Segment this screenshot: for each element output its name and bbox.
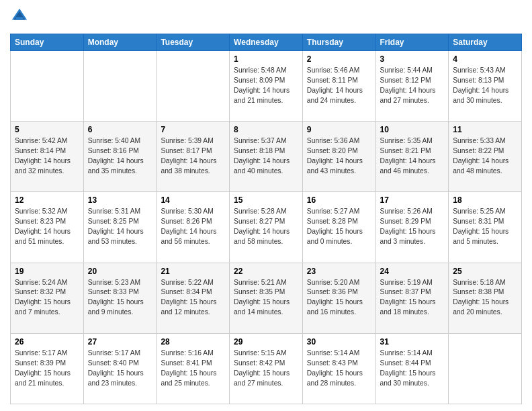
day-info: Sunrise: 5:40 AMSunset: 8:16 PMDaylight:…: [88, 136, 152, 177]
calendar-week-4: 19Sunrise: 5:24 AMSunset: 8:32 PMDayligh…: [11, 263, 522, 333]
calendar-cell: 21Sunrise: 5:22 AMSunset: 8:34 PMDayligh…: [157, 263, 230, 333]
calendar-cell: 1Sunrise: 5:48 AMSunset: 8:09 PMDaylight…: [230, 51, 303, 122]
day-number: 19: [15, 267, 79, 276]
day-info: Sunrise: 5:30 AMSunset: 8:26 PMDaylight:…: [161, 207, 225, 247]
day-info: Sunrise: 5:46 AMSunset: 8:11 PMDaylight:…: [307, 66, 371, 106]
day-number: 23: [307, 267, 371, 276]
calendar-cell: 16Sunrise: 5:27 AMSunset: 8:28 PMDayligh…: [302, 192, 375, 263]
day-info: Sunrise: 5:48 AMSunset: 8:09 PMDaylight:…: [234, 66, 298, 106]
day-info: Sunrise: 5:43 AMSunset: 8:13 PMDaylight:…: [453, 66, 517, 106]
day-info: Sunrise: 5:36 AMSunset: 8:20 PMDaylight:…: [307, 136, 371, 177]
weekday-header-row: SundayMondayTuesdayWednesdayThursdayFrid…: [11, 34, 522, 51]
day-number: 22: [234, 267, 298, 276]
weekday-header-wednesday: Wednesday: [230, 34, 303, 51]
calendar-cell: 5Sunrise: 5:42 AMSunset: 8:14 PMDaylight…: [11, 122, 84, 192]
calendar-cell: 19Sunrise: 5:24 AMSunset: 8:32 PMDayligh…: [11, 263, 84, 333]
day-info: Sunrise: 5:28 AMSunset: 8:27 PMDaylight:…: [234, 207, 298, 247]
day-info: Sunrise: 5:22 AMSunset: 8:34 PMDaylight:…: [161, 278, 225, 318]
day-info: Sunrise: 5:27 AMSunset: 8:28 PMDaylight:…: [307, 207, 371, 247]
calendar-cell: 22Sunrise: 5:21 AMSunset: 8:35 PMDayligh…: [230, 263, 303, 333]
calendar-header: SundayMondayTuesdayWednesdayThursdayFrid…: [11, 34, 522, 51]
day-info: Sunrise: 5:25 AMSunset: 8:31 PMDaylight:…: [453, 207, 517, 247]
weekday-header-friday: Friday: [375, 34, 449, 51]
calendar-cell: 7Sunrise: 5:39 AMSunset: 8:17 PMDaylight…: [157, 122, 230, 192]
day-number: 17: [380, 195, 445, 205]
calendar-cell: 26Sunrise: 5:17 AMSunset: 8:39 PMDayligh…: [11, 333, 84, 404]
day-number: 18: [453, 195, 517, 205]
day-info: Sunrise: 5:24 AMSunset: 8:32 PMDaylight:…: [15, 278, 79, 318]
calendar-cell: 30Sunrise: 5:14 AMSunset: 8:43 PMDayligh…: [302, 333, 375, 404]
day-info: Sunrise: 5:15 AMSunset: 8:42 PMDaylight:…: [234, 349, 298, 389]
calendar-week-3: 12Sunrise: 5:32 AMSunset: 8:23 PMDayligh…: [11, 192, 522, 263]
calendar-cell: 28Sunrise: 5:16 AMSunset: 8:41 PMDayligh…: [157, 333, 230, 404]
calendar-cell: 6Sunrise: 5:40 AMSunset: 8:16 PMDaylight…: [83, 122, 157, 192]
calendar-body: 1Sunrise: 5:48 AMSunset: 8:09 PMDaylight…: [11, 51, 522, 404]
day-number: 16: [307, 195, 371, 205]
calendar-cell: 17Sunrise: 5:26 AMSunset: 8:29 PMDayligh…: [375, 192, 449, 263]
day-info: Sunrise: 5:39 AMSunset: 8:17 PMDaylight:…: [161, 136, 225, 177]
calendar-cell: 20Sunrise: 5:23 AMSunset: 8:33 PMDayligh…: [83, 263, 157, 333]
day-number: 1: [234, 54, 298, 64]
weekday-header-sunday: Sunday: [11, 34, 84, 51]
calendar-table: SundayMondayTuesdayWednesdayThursdayFrid…: [10, 34, 522, 404]
day-info: Sunrise: 5:37 AMSunset: 8:18 PMDaylight:…: [234, 136, 298, 177]
day-number: 12: [15, 195, 79, 205]
day-number: 2: [307, 54, 371, 64]
calendar-cell: 31Sunrise: 5:14 AMSunset: 8:44 PMDayligh…: [375, 333, 449, 404]
day-number: 6: [88, 125, 152, 134]
day-number: 20: [88, 267, 152, 276]
day-info: Sunrise: 5:33 AMSunset: 8:22 PMDaylight:…: [453, 136, 517, 177]
calendar-cell: [83, 51, 157, 122]
calendar-week-1: 1Sunrise: 5:48 AMSunset: 8:09 PMDaylight…: [11, 51, 522, 122]
calendar-cell: 4Sunrise: 5:43 AMSunset: 8:13 PMDaylight…: [449, 51, 522, 122]
day-number: 9: [307, 125, 371, 134]
weekday-header-tuesday: Tuesday: [157, 34, 230, 51]
day-info: Sunrise: 5:31 AMSunset: 8:25 PMDaylight:…: [88, 207, 152, 247]
calendar-cell: 18Sunrise: 5:25 AMSunset: 8:31 PMDayligh…: [449, 192, 522, 263]
day-number: 24: [380, 267, 445, 276]
calendar-cell: 25Sunrise: 5:18 AMSunset: 8:38 PMDayligh…: [449, 263, 522, 333]
day-info: Sunrise: 5:14 AMSunset: 8:43 PMDaylight:…: [307, 349, 371, 389]
calendar-cell: 8Sunrise: 5:37 AMSunset: 8:18 PMDaylight…: [230, 122, 303, 192]
day-info: Sunrise: 5:17 AMSunset: 8:40 PMDaylight:…: [88, 349, 152, 389]
weekday-header-saturday: Saturday: [449, 34, 522, 51]
calendar-cell: 2Sunrise: 5:46 AMSunset: 8:11 PMDaylight…: [302, 51, 375, 122]
logo-icon: [10, 7, 29, 26]
calendar-cell: 15Sunrise: 5:28 AMSunset: 8:27 PMDayligh…: [230, 192, 303, 263]
day-info: Sunrise: 5:42 AMSunset: 8:14 PMDaylight:…: [15, 136, 79, 177]
day-number: 5: [15, 125, 79, 134]
day-number: 29: [234, 337, 298, 347]
day-info: Sunrise: 5:20 AMSunset: 8:36 PMDaylight:…: [307, 278, 371, 318]
day-info: Sunrise: 5:19 AMSunset: 8:37 PMDaylight:…: [380, 278, 445, 318]
day-number: 26: [15, 337, 79, 347]
day-number: 28: [161, 337, 225, 347]
day-number: 11: [453, 125, 517, 134]
day-info: Sunrise: 5:17 AMSunset: 8:39 PMDaylight:…: [15, 349, 79, 389]
day-info: Sunrise: 5:16 AMSunset: 8:41 PMDaylight:…: [161, 349, 225, 389]
day-number: 10: [380, 125, 445, 134]
calendar-cell: 24Sunrise: 5:19 AMSunset: 8:37 PMDayligh…: [375, 263, 449, 333]
calendar-cell: 29Sunrise: 5:15 AMSunset: 8:42 PMDayligh…: [230, 333, 303, 404]
day-number: 21: [161, 267, 225, 276]
day-info: Sunrise: 5:21 AMSunset: 8:35 PMDaylight:…: [234, 278, 298, 318]
day-info: Sunrise: 5:14 AMSunset: 8:44 PMDaylight:…: [380, 349, 445, 389]
calendar-cell: 10Sunrise: 5:35 AMSunset: 8:21 PMDayligh…: [375, 122, 449, 192]
day-number: 31: [380, 337, 445, 347]
calendar-cell: 12Sunrise: 5:32 AMSunset: 8:23 PMDayligh…: [11, 192, 84, 263]
logo: [10, 7, 30, 28]
day-number: 13: [88, 195, 152, 205]
svg-rect-2: [15, 17, 23, 19]
day-number: 8: [234, 125, 298, 134]
day-info: Sunrise: 5:32 AMSunset: 8:23 PMDaylight:…: [15, 207, 79, 247]
weekday-header-monday: Monday: [83, 34, 157, 51]
day-info: Sunrise: 5:26 AMSunset: 8:29 PMDaylight:…: [380, 207, 445, 247]
calendar-cell: 11Sunrise: 5:33 AMSunset: 8:22 PMDayligh…: [449, 122, 522, 192]
calendar-cell: [449, 333, 522, 404]
day-number: 7: [161, 125, 225, 134]
day-number: 15: [234, 195, 298, 205]
day-number: 25: [453, 267, 517, 276]
calendar-cell: [11, 51, 84, 122]
day-number: 30: [307, 337, 371, 347]
calendar-cell: 14Sunrise: 5:30 AMSunset: 8:26 PMDayligh…: [157, 192, 230, 263]
header: [10, 7, 522, 28]
